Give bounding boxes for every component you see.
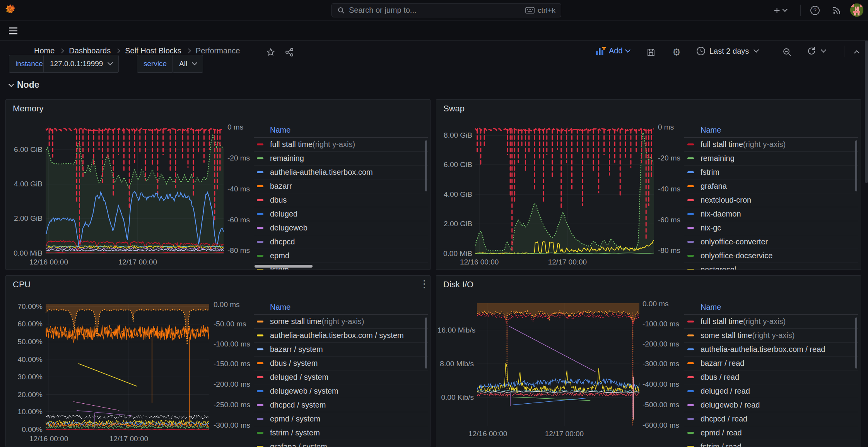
chevron-down-icon	[192, 60, 197, 65]
legend-item[interactable]: deluged / system	[254, 370, 428, 384]
legend-item[interactable]: deluged	[254, 207, 428, 221]
legend-scrollbar[interactable]	[855, 317, 857, 369]
panel-title[interactable]: Swap	[443, 104, 465, 114]
help-button[interactable]: ?	[808, 4, 822, 17]
legend-item[interactable]: delugeweb / read	[684, 398, 858, 412]
legend-item[interactable]: remaining	[684, 152, 858, 165]
breadcrumb-folder[interactable]: Self Host Blocks	[125, 46, 181, 55]
series-label: deluged	[270, 210, 297, 218]
legend-item[interactable]: authelia-authelia.tiserbox.com / read	[684, 343, 858, 357]
legend-item[interactable]: fstrim / read	[684, 440, 858, 447]
legend-scrollbar[interactable]	[425, 317, 427, 369]
legend-item[interactable]: epmd / read	[684, 426, 858, 440]
axis-tick: 4.00 GiB	[6, 180, 43, 188]
axis-tick: 2.00 GiB	[436, 220, 472, 228]
legend-item[interactable]: bazarr / system	[254, 343, 428, 357]
series-color-pill	[687, 213, 694, 215]
series-color-pill	[687, 157, 694, 159]
legend-item[interactable]: dhcpcd / read	[684, 412, 858, 426]
legend-item[interactable]: epmd	[254, 249, 428, 263]
axis-tick: 40.00%	[6, 355, 43, 364]
legend-item[interactable]: deluged / read	[684, 384, 858, 398]
chart-plot-area[interactable]	[475, 126, 654, 254]
hamburger-icon	[9, 27, 17, 34]
legend-item[interactable]: full stall time (right y-axis)	[254, 138, 428, 152]
dashboard-settings-button[interactable]: ⚙	[671, 46, 682, 58]
legend-item[interactable]: nix-daemon	[684, 207, 858, 221]
new-button[interactable]	[774, 4, 787, 17]
breadcrumb-dashboards[interactable]: Dashboards	[69, 46, 111, 55]
legend-header-name[interactable]: Name	[684, 123, 858, 138]
panel-title[interactable]: CPU	[13, 280, 31, 290]
series-label: fstrim	[701, 168, 719, 177]
legend-item[interactable]: epmd / system	[254, 412, 428, 426]
legend-item[interactable]: full stall time (right y-axis)	[684, 138, 858, 152]
chart-plot-area[interactable]	[477, 303, 639, 426]
row-node[interactable]: Node	[9, 80, 39, 90]
legend-scrollbar[interactable]	[855, 140, 857, 191]
news-button[interactable]	[830, 4, 843, 17]
legend-item[interactable]: authelia-authelia.tiserbox.com	[254, 165, 428, 179]
series-color-pill	[257, 432, 263, 434]
variable-service-value[interactable]: All	[173, 55, 203, 73]
legend-item[interactable]: nextcloud-cron	[684, 193, 858, 207]
variable-instance-value[interactable]: 127.0.0.1:19999	[43, 55, 119, 73]
legend-item[interactable]: grafana / system	[254, 440, 428, 447]
legend-item[interactable]: fstrim / system	[254, 426, 428, 440]
chart-plot-area[interactable]	[46, 126, 224, 254]
legend-item[interactable]: bazarr / read	[684, 357, 858, 370]
zoom-out-button[interactable]	[781, 46, 793, 58]
series-label: onlyoffice-docservice	[701, 251, 772, 260]
page-scrollbar[interactable]	[865, 41, 868, 183]
grafana-logo-icon[interactable]	[4, 3, 17, 17]
save-dashboard-button[interactable]	[645, 46, 657, 58]
legend-item[interactable]: onlyoffice-docservice	[684, 249, 858, 263]
legend-item[interactable]: postgresql	[684, 263, 858, 270]
legend-header-name[interactable]: Name	[254, 123, 428, 138]
legend-header-name[interactable]: Name	[684, 300, 858, 315]
legend-item[interactable]: bazarr	[254, 179, 428, 193]
legend-item[interactable]: onlyoffice-converter	[684, 235, 858, 249]
star-icon	[266, 48, 275, 57]
legend-item[interactable]: fstrim	[684, 165, 858, 179]
breadcrumb-home[interactable]: Home	[34, 46, 55, 55]
legend-item[interactable]: some stall time (right y-axis)	[684, 329, 858, 343]
legend-item[interactable]: dbus	[254, 193, 428, 207]
share-button[interactable]	[284, 46, 295, 58]
add-label: Add	[609, 46, 623, 55]
refresh-button[interactable]	[807, 46, 825, 56]
collapse-toolbar-button[interactable]	[851, 46, 863, 58]
series-label: grafana / system	[270, 442, 327, 447]
axis-tick: 60.00%	[6, 320, 43, 328]
panel-title[interactable]: Disk I/O	[443, 280, 473, 290]
chevron-down-icon	[821, 47, 826, 53]
panel-title[interactable]: Memory	[13, 104, 43, 114]
menu-button[interactable]	[6, 24, 20, 38]
legend-item[interactable]: authelia-authelia.tiserbox.com / system	[254, 329, 428, 343]
legend-item[interactable]: remaining	[254, 152, 428, 165]
legend-header-name[interactable]: Name	[254, 300, 428, 315]
legend-item[interactable]: delugeweb	[254, 221, 428, 235]
time-range-picker[interactable]: Last 2 days	[696, 46, 758, 56]
legend-item[interactable]: nix-gc	[684, 221, 858, 235]
legend-item[interactable]: grafana	[684, 179, 858, 193]
legend-item[interactable]: some stall time (right y-axis)	[254, 315, 428, 329]
x-axis: 12/16 00:0012/17 00:00	[46, 435, 209, 444]
legend-item[interactable]: delugeweb / system	[254, 384, 428, 398]
chart-plot-area[interactable]	[46, 304, 209, 431]
axis-tick: -600.00 ms	[642, 421, 679, 430]
legend-scrollbar[interactable]	[425, 140, 427, 191]
favorite-button[interactable]	[265, 46, 277, 58]
avatar[interactable]	[850, 3, 863, 17]
legend-item[interactable]: dbus / system	[254, 357, 428, 370]
add-button[interactable]: Add	[596, 46, 630, 55]
legend-item[interactable]: dhcpcd / system	[254, 398, 428, 412]
series-label-suffix: (right y-axis)	[313, 140, 355, 149]
series-label: epmd / read	[701, 428, 742, 437]
legend-item[interactable]: full stall time (right y-axis)	[684, 315, 858, 329]
legend-item[interactable]: dhcpcd	[254, 235, 428, 249]
panel-menu-icon[interactable]: ⋮	[419, 278, 429, 290]
legend-item[interactable]: dbus / read	[684, 370, 858, 384]
legend-horizontal-scrollbar[interactable]	[255, 265, 313, 268]
search-input[interactable]: Search or jump to... ctrl+k	[331, 3, 561, 17]
